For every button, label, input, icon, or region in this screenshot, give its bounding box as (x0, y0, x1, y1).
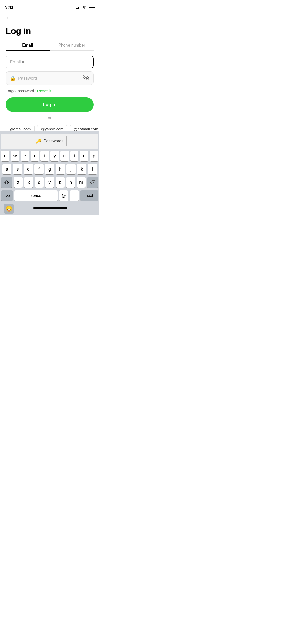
signal-icon (76, 6, 80, 9)
key-j[interactable]: j (66, 164, 76, 174)
or-divider: or (6, 115, 94, 122)
key-a[interactable]: a (2, 164, 11, 174)
key-k[interactable]: k (77, 164, 86, 174)
key-r[interactable]: r (31, 151, 39, 161)
reset-link[interactable]: Reset it (37, 89, 51, 93)
key-p[interactable]: p (90, 151, 98, 161)
key-x[interactable]: x (24, 177, 33, 188)
back-button[interactable]: ← (6, 11, 11, 24)
key-u[interactable]: u (60, 151, 69, 161)
password-input-container[interactable]: 🔒 Password (6, 71, 94, 85)
emoji-key[interactable]: 😀 (4, 204, 14, 214)
key-n[interactable]: n (66, 177, 75, 188)
key-d[interactable]: d (24, 164, 33, 174)
home-indicator (33, 207, 67, 209)
status-icons (76, 6, 94, 9)
lock-icon: 🔒 (10, 76, 16, 81)
keyboard: 🔑 Passwords q w e r t y u i o p a s d f … (0, 131, 99, 215)
key-at[interactable]: @ (59, 190, 68, 201)
login-tabs: Email Phone number (6, 43, 94, 51)
key-m[interactable]: m (77, 177, 86, 188)
key-next[interactable]: next (80, 190, 98, 201)
key-icon: 🔑 (36, 138, 42, 144)
email-placeholder: Email (10, 60, 21, 65)
wifi-icon (82, 6, 86, 9)
key-dot[interactable]: . (70, 190, 79, 201)
status-time: 9:41 (5, 5, 13, 10)
key-t[interactable]: t (40, 151, 49, 161)
key-numbers[interactable]: 123 (1, 190, 13, 201)
email-input-container[interactable]: Email (6, 56, 94, 68)
key-q[interactable]: q (1, 151, 9, 161)
key-o[interactable]: o (80, 151, 88, 161)
key-i[interactable]: i (70, 151, 79, 161)
status-bar: 9:41 (0, 0, 99, 11)
input-cursor (22, 61, 24, 63)
key-h[interactable]: h (56, 164, 65, 174)
forgot-password-row: Forgot password? Reset it (6, 89, 94, 93)
key-v[interactable]: v (45, 177, 54, 188)
main-content: ← Log in Email Phone number Email 🔒 Pass… (0, 11, 99, 122)
shift-key[interactable] (1, 177, 12, 188)
keyboard-footer: 😀 (1, 203, 98, 214)
key-c[interactable]: c (35, 177, 44, 188)
key-l[interactable]: l (88, 164, 97, 174)
key-y[interactable]: y (50, 151, 59, 161)
backspace-key[interactable] (87, 177, 98, 188)
svg-point-0 (84, 8, 84, 9)
tab-email[interactable]: Email (6, 43, 50, 51)
keyboard-toolbar[interactable]: 🔑 Passwords (1, 134, 98, 149)
key-s[interactable]: s (13, 164, 22, 174)
password-left: 🔒 Password (10, 76, 37, 81)
passwords-label[interactable]: Passwords (44, 139, 63, 143)
tab-phone[interactable]: Phone number (50, 43, 94, 51)
login-button[interactable]: Log in (6, 97, 94, 112)
key-z[interactable]: z (14, 177, 23, 188)
keyboard-row-3: z x c v b n m (1, 177, 98, 188)
key-w[interactable]: w (11, 151, 19, 161)
keyboard-row-2: a s d f g h j k l (1, 164, 98, 174)
key-e[interactable]: e (21, 151, 29, 161)
toolbar-divider-left (33, 136, 33, 146)
forgot-text: Forgot password? (6, 89, 36, 93)
key-g[interactable]: g (45, 164, 54, 174)
eye-slash-icon[interactable] (83, 75, 89, 81)
page-title: Log in (6, 26, 94, 36)
keyboard-bottom-row: 123 space @ . next (1, 190, 98, 201)
key-space[interactable]: space (14, 190, 58, 201)
password-placeholder: Password (18, 76, 37, 81)
home-indicator-row (33, 205, 67, 213)
key-b[interactable]: b (56, 177, 65, 188)
keyboard-row-1: q w e r t y u i o p (1, 151, 98, 161)
toolbar-divider-right (66, 136, 67, 146)
key-f[interactable]: f (34, 164, 44, 174)
battery-icon (88, 6, 94, 9)
